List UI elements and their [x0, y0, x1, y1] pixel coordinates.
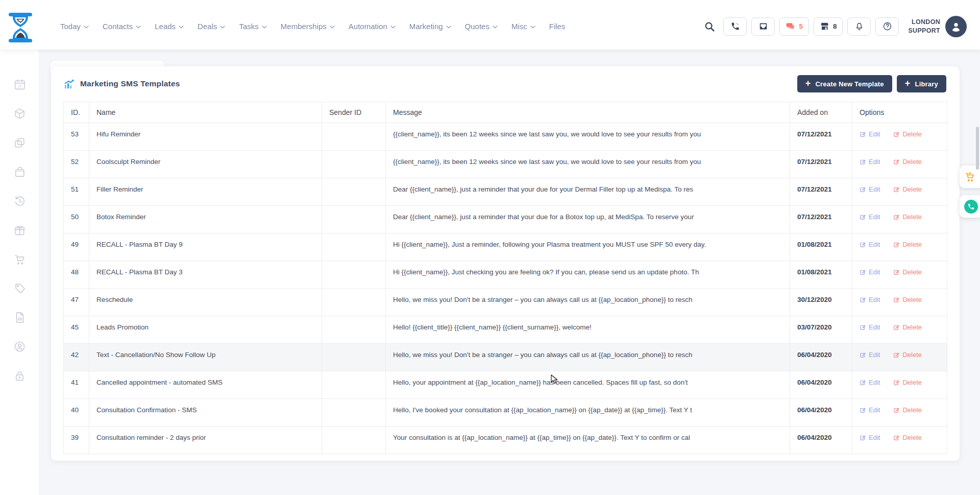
cell-added-on: 06/04/2020 — [790, 344, 852, 371]
edit-link[interactable]: Edit — [860, 296, 880, 303]
sidebar-item-gift[interactable] — [0, 216, 39, 245]
page-title: Marketing SMS Templates — [80, 79, 180, 88]
edit-link-label: Edit — [869, 241, 880, 248]
nav-item-deals[interactable]: Deals — [198, 22, 225, 31]
scrollbar-thumb[interactable] — [976, 127, 979, 170]
edit-link[interactable]: Edit — [860, 406, 880, 414]
cell-sender-id — [322, 344, 386, 371]
nav-item-contacts[interactable]: Contacts — [103, 22, 141, 31]
delete-link[interactable]: Delete — [893, 185, 922, 193]
delete-link[interactable]: Delete — [893, 296, 922, 303]
nav-label: Misc — [511, 22, 527, 31]
plus-icon: + — [905, 79, 911, 88]
sidebar-item-bag[interactable] — [0, 157, 39, 186]
edit-square-icon — [893, 407, 900, 413]
edit-link[interactable]: Edit — [860, 130, 880, 138]
nav-item-tasks[interactable]: Tasks — [239, 22, 266, 31]
delete-link[interactable]: Delete — [893, 434, 922, 441]
sidebar-item-copy[interactable] — [0, 128, 39, 157]
nav-item-quotes[interactable]: Quotes — [465, 22, 498, 31]
user-icon — [950, 20, 962, 33]
nav-item-files[interactable]: Files — [549, 22, 566, 31]
nav-item-automation[interactable]: Automation — [349, 22, 396, 31]
delete-link[interactable]: Delete — [893, 158, 922, 166]
cell-name: Reschedule — [89, 289, 322, 316]
phone-icon — [967, 203, 975, 210]
edit-link[interactable]: Edit — [860, 268, 880, 276]
sidebar-item-account[interactable] — [0, 332, 39, 361]
delete-link[interactable]: Delete — [893, 268, 922, 276]
create-new-template-button[interactable]: + Create New Template — [797, 75, 892, 92]
delete-link[interactable]: Delete — [893, 406, 922, 414]
nav-item-memberships[interactable]: Memberships — [281, 22, 335, 31]
delete-link-label: Delete — [902, 296, 922, 303]
help-button[interactable] — [875, 17, 899, 36]
edit-link[interactable]: Edit — [860, 379, 880, 386]
cell-id: 47 — [64, 289, 89, 316]
edit-link[interactable]: Edit — [860, 241, 880, 248]
templates-table-wrap: ID.NameSender IDMessageAdded onOptions 5… — [63, 102, 947, 454]
delete-link[interactable]: Delete — [893, 323, 922, 331]
edit-link[interactable]: Edit — [860, 213, 880, 221]
chevron-down-icon — [390, 26, 396, 29]
inbox-button[interactable] — [751, 17, 775, 36]
user-menu[interactable]: LONDON SUPPORT — [908, 16, 967, 37]
notifications-button[interactable] — [847, 17, 871, 36]
edit-square-icon — [860, 214, 866, 220]
sidebar-item-cube[interactable] — [0, 99, 39, 128]
delete-link[interactable]: Delete — [893, 351, 922, 359]
edit-link[interactable]: Edit — [860, 158, 880, 166]
edit-link[interactable]: Edit — [860, 351, 880, 359]
nav-item-marketing[interactable]: Marketing — [409, 22, 451, 31]
edit-link[interactable]: Edit — [860, 434, 880, 441]
library-button[interactable]: + Library — [897, 75, 946, 92]
edit-link[interactable]: Edit — [860, 185, 880, 193]
cell-sender-id — [322, 151, 386, 178]
floating-phone-button[interactable] — [960, 195, 980, 218]
edit-square-icon — [893, 379, 900, 386]
cell-added-on: 03/07/2020 — [790, 316, 852, 344]
cell-message: Dear {{client_name}}, just a reminder th… — [386, 178, 790, 206]
table-row: 47RescheduleHello, we miss you! Don't be… — [64, 289, 947, 316]
cell-name: Filler Reminder — [89, 178, 322, 206]
sidebar-item-cart[interactable] — [0, 245, 39, 274]
delete-link[interactable]: Delete — [893, 213, 922, 221]
nav-item-misc[interactable]: Misc — [511, 22, 535, 31]
delete-link[interactable]: Delete — [893, 130, 922, 138]
edit-square-icon — [860, 434, 866, 441]
edit-link-label: Edit — [869, 296, 880, 303]
column-header-addedon: Added on — [790, 102, 852, 123]
cell-added-on: 06/04/2020 — [790, 427, 852, 454]
sidebar-item-report[interactable] — [0, 303, 39, 332]
phone-button[interactable] — [723, 17, 747, 36]
nav-item-today[interactable]: Today — [60, 22, 89, 31]
edit-square-icon — [893, 186, 900, 193]
delete-link-label: Delete — [902, 406, 922, 414]
table-row: 39Consultation reminder - 2 days priorYo… — [64, 427, 947, 454]
chat-button[interactable]: 5 — [779, 17, 809, 36]
column-header-senderid: Sender ID — [322, 102, 386, 123]
cell-added-on: 07/12/2021 — [790, 151, 852, 178]
cell-options: EditDelete — [852, 399, 947, 427]
table-row: 52Coolsculpt Reminder{{client_name}}, it… — [64, 151, 947, 178]
store-button[interactable]: 8 — [814, 17, 843, 36]
chevron-down-icon — [179, 26, 184, 29]
delete-link[interactable]: Delete — [893, 379, 922, 386]
nav-item-leads[interactable]: Leads — [155, 22, 184, 31]
pabau-hourglass-logo[interactable] — [7, 12, 34, 43]
sidebar-item-history[interactable] — [0, 186, 39, 216]
edit-square-icon — [893, 241, 900, 248]
edit-square-icon — [893, 296, 900, 303]
avatar[interactable] — [945, 16, 967, 37]
edit-link[interactable]: Edit — [860, 323, 880, 331]
sidebar-item-lock[interactable] — [0, 361, 39, 390]
edit-square-icon — [860, 379, 866, 386]
delete-link[interactable]: Delete — [893, 241, 922, 248]
sidebar-item-calendar[interactable]: 12 — [0, 70, 39, 99]
chat-icon — [786, 21, 795, 31]
cell-message: Dear {{client_name}}, just a reminder th… — [386, 206, 790, 233]
chevron-down-icon — [493, 26, 498, 29]
sidebar-item-tag[interactable] — [0, 274, 39, 303]
search-icon[interactable] — [704, 21, 715, 32]
user-name: LONDON SUPPORT — [908, 18, 940, 35]
